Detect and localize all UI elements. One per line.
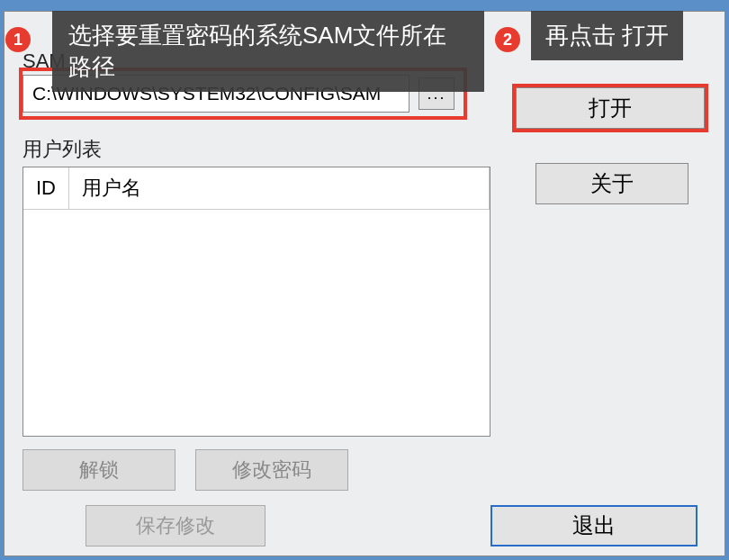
open-button[interactable]: 打开 (516, 87, 705, 129)
left-panel: SAM ... 用户列表 ID 用户名 (22, 50, 508, 492)
save-changes-button: 保存修改 (86, 505, 266, 546)
about-button[interactable]: 关于 (536, 163, 688, 204)
bottom-bar: 保存修改 退出 (22, 505, 698, 546)
modify-password-button: 修改密码 (195, 449, 348, 491)
user-table-container: ID 用户名 (22, 167, 490, 437)
title-bar (0, 0, 729, 11)
content-area: SAM ... 用户列表 ID 用户名 (4, 12, 724, 501)
main-window: SAM ... 用户列表 ID 用户名 (4, 11, 725, 556)
exit-button[interactable]: 退出 (490, 505, 698, 546)
browse-label: ... (427, 85, 446, 104)
sam-path-input[interactable] (22, 75, 410, 113)
unlock-button: 解锁 (22, 449, 176, 491)
browse-button[interactable]: ... (418, 77, 454, 110)
column-username[interactable]: 用户名 (69, 167, 490, 210)
column-id[interactable]: ID (23, 167, 69, 210)
userlist-label: 用户列表 (22, 136, 490, 163)
sam-section-label: SAM (22, 50, 490, 73)
open-button-container: 打开 (516, 87, 705, 129)
user-table[interactable]: ID 用户名 (23, 167, 490, 210)
path-row: ... (22, 75, 490, 113)
table-header-row: ID 用户名 (23, 167, 490, 210)
action-row: 解锁 修改密码 (22, 449, 490, 491)
